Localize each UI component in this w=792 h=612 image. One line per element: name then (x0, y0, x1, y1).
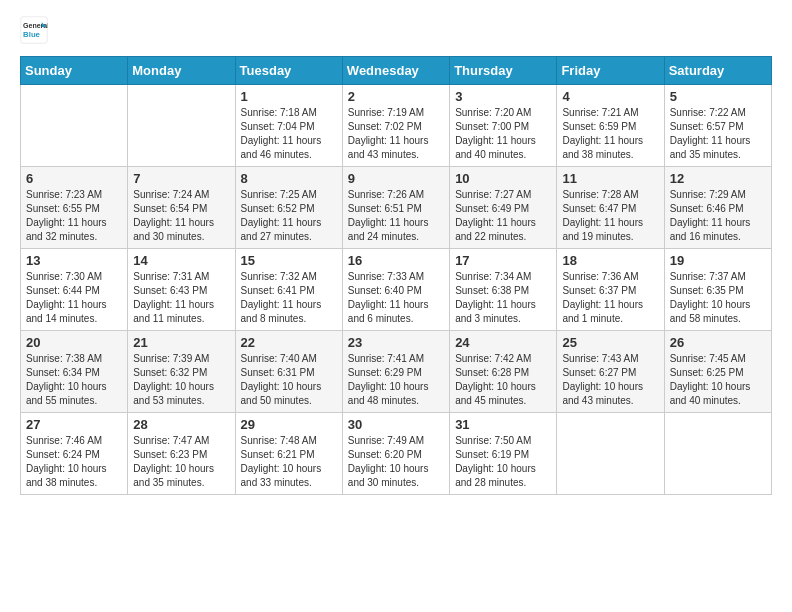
calendar-cell: 10Sunrise: 7:27 AM Sunset: 6:49 PM Dayli… (450, 167, 557, 249)
day-info: Sunrise: 7:19 AM Sunset: 7:02 PM Dayligh… (348, 106, 444, 162)
day-info: Sunrise: 7:43 AM Sunset: 6:27 PM Dayligh… (562, 352, 658, 408)
calendar-week-1: 1Sunrise: 7:18 AM Sunset: 7:04 PM Daylig… (21, 85, 772, 167)
day-number: 29 (241, 417, 337, 432)
day-number: 7 (133, 171, 229, 186)
calendar-week-5: 27Sunrise: 7:46 AM Sunset: 6:24 PM Dayli… (21, 413, 772, 495)
day-info: Sunrise: 7:20 AM Sunset: 7:00 PM Dayligh… (455, 106, 551, 162)
day-number: 15 (241, 253, 337, 268)
calendar-cell: 7Sunrise: 7:24 AM Sunset: 6:54 PM Daylig… (128, 167, 235, 249)
day-info: Sunrise: 7:36 AM Sunset: 6:37 PM Dayligh… (562, 270, 658, 326)
day-info: Sunrise: 7:49 AM Sunset: 6:20 PM Dayligh… (348, 434, 444, 490)
col-header-tuesday: Tuesday (235, 57, 342, 85)
day-info: Sunrise: 7:33 AM Sunset: 6:40 PM Dayligh… (348, 270, 444, 326)
day-info: Sunrise: 7:32 AM Sunset: 6:41 PM Dayligh… (241, 270, 337, 326)
day-info: Sunrise: 7:38 AM Sunset: 6:34 PM Dayligh… (26, 352, 122, 408)
calendar-cell: 28Sunrise: 7:47 AM Sunset: 6:23 PM Dayli… (128, 413, 235, 495)
logo: General Blue (20, 16, 52, 44)
calendar-cell (557, 413, 664, 495)
col-header-monday: Monday (128, 57, 235, 85)
day-info: Sunrise: 7:31 AM Sunset: 6:43 PM Dayligh… (133, 270, 229, 326)
calendar-cell: 1Sunrise: 7:18 AM Sunset: 7:04 PM Daylig… (235, 85, 342, 167)
day-number: 2 (348, 89, 444, 104)
calendar-cell: 4Sunrise: 7:21 AM Sunset: 6:59 PM Daylig… (557, 85, 664, 167)
calendar-cell: 15Sunrise: 7:32 AM Sunset: 6:41 PM Dayli… (235, 249, 342, 331)
day-number: 6 (26, 171, 122, 186)
header: General Blue (20, 16, 772, 44)
calendar-cell: 18Sunrise: 7:36 AM Sunset: 6:37 PM Dayli… (557, 249, 664, 331)
calendar-cell: 25Sunrise: 7:43 AM Sunset: 6:27 PM Dayli… (557, 331, 664, 413)
day-number: 25 (562, 335, 658, 350)
calendar-cell: 31Sunrise: 7:50 AM Sunset: 6:19 PM Dayli… (450, 413, 557, 495)
day-number: 30 (348, 417, 444, 432)
day-number: 8 (241, 171, 337, 186)
day-number: 13 (26, 253, 122, 268)
calendar-cell: 16Sunrise: 7:33 AM Sunset: 6:40 PM Dayli… (342, 249, 449, 331)
calendar-cell (128, 85, 235, 167)
calendar-week-4: 20Sunrise: 7:38 AM Sunset: 6:34 PM Dayli… (21, 331, 772, 413)
col-header-sunday: Sunday (21, 57, 128, 85)
calendar-cell (664, 413, 771, 495)
day-info: Sunrise: 7:25 AM Sunset: 6:52 PM Dayligh… (241, 188, 337, 244)
day-number: 23 (348, 335, 444, 350)
page: General Blue SundayMondayTuesdayWednesda… (0, 0, 792, 515)
calendar-week-2: 6Sunrise: 7:23 AM Sunset: 6:55 PM Daylig… (21, 167, 772, 249)
day-number: 11 (562, 171, 658, 186)
day-info: Sunrise: 7:39 AM Sunset: 6:32 PM Dayligh… (133, 352, 229, 408)
calendar-cell: 8Sunrise: 7:25 AM Sunset: 6:52 PM Daylig… (235, 167, 342, 249)
col-header-friday: Friday (557, 57, 664, 85)
day-number: 24 (455, 335, 551, 350)
day-info: Sunrise: 7:37 AM Sunset: 6:35 PM Dayligh… (670, 270, 766, 326)
calendar-cell: 3Sunrise: 7:20 AM Sunset: 7:00 PM Daylig… (450, 85, 557, 167)
day-number: 3 (455, 89, 551, 104)
calendar-cell: 19Sunrise: 7:37 AM Sunset: 6:35 PM Dayli… (664, 249, 771, 331)
day-info: Sunrise: 7:27 AM Sunset: 6:49 PM Dayligh… (455, 188, 551, 244)
calendar-cell: 11Sunrise: 7:28 AM Sunset: 6:47 PM Dayli… (557, 167, 664, 249)
day-info: Sunrise: 7:29 AM Sunset: 6:46 PM Dayligh… (670, 188, 766, 244)
day-number: 21 (133, 335, 229, 350)
day-number: 18 (562, 253, 658, 268)
day-number: 26 (670, 335, 766, 350)
day-info: Sunrise: 7:24 AM Sunset: 6:54 PM Dayligh… (133, 188, 229, 244)
day-info: Sunrise: 7:26 AM Sunset: 6:51 PM Dayligh… (348, 188, 444, 244)
day-info: Sunrise: 7:41 AM Sunset: 6:29 PM Dayligh… (348, 352, 444, 408)
calendar-cell: 14Sunrise: 7:31 AM Sunset: 6:43 PM Dayli… (128, 249, 235, 331)
day-info: Sunrise: 7:23 AM Sunset: 6:55 PM Dayligh… (26, 188, 122, 244)
day-info: Sunrise: 7:34 AM Sunset: 6:38 PM Dayligh… (455, 270, 551, 326)
calendar-cell: 22Sunrise: 7:40 AM Sunset: 6:31 PM Dayli… (235, 331, 342, 413)
day-number: 19 (670, 253, 766, 268)
day-info: Sunrise: 7:47 AM Sunset: 6:23 PM Dayligh… (133, 434, 229, 490)
day-number: 17 (455, 253, 551, 268)
day-info: Sunrise: 7:40 AM Sunset: 6:31 PM Dayligh… (241, 352, 337, 408)
day-number: 5 (670, 89, 766, 104)
calendar-cell: 20Sunrise: 7:38 AM Sunset: 6:34 PM Dayli… (21, 331, 128, 413)
calendar-cell: 30Sunrise: 7:49 AM Sunset: 6:20 PM Dayli… (342, 413, 449, 495)
calendar-cell: 24Sunrise: 7:42 AM Sunset: 6:28 PM Dayli… (450, 331, 557, 413)
col-header-saturday: Saturday (664, 57, 771, 85)
day-number: 9 (348, 171, 444, 186)
calendar-cell: 12Sunrise: 7:29 AM Sunset: 6:46 PM Dayli… (664, 167, 771, 249)
calendar-header-row: SundayMondayTuesdayWednesdayThursdayFrid… (21, 57, 772, 85)
day-number: 20 (26, 335, 122, 350)
day-number: 22 (241, 335, 337, 350)
day-info: Sunrise: 7:48 AM Sunset: 6:21 PM Dayligh… (241, 434, 337, 490)
day-info: Sunrise: 7:45 AM Sunset: 6:25 PM Dayligh… (670, 352, 766, 408)
day-info: Sunrise: 7:46 AM Sunset: 6:24 PM Dayligh… (26, 434, 122, 490)
day-info: Sunrise: 7:22 AM Sunset: 6:57 PM Dayligh… (670, 106, 766, 162)
calendar-cell (21, 85, 128, 167)
generalblue-logo-icon: General Blue (20, 16, 48, 44)
col-header-thursday: Thursday (450, 57, 557, 85)
calendar-cell: 6Sunrise: 7:23 AM Sunset: 6:55 PM Daylig… (21, 167, 128, 249)
calendar-cell: 29Sunrise: 7:48 AM Sunset: 6:21 PM Dayli… (235, 413, 342, 495)
day-number: 1 (241, 89, 337, 104)
day-info: Sunrise: 7:50 AM Sunset: 6:19 PM Dayligh… (455, 434, 551, 490)
svg-text:Blue: Blue (23, 30, 41, 39)
day-number: 28 (133, 417, 229, 432)
calendar-cell: 9Sunrise: 7:26 AM Sunset: 6:51 PM Daylig… (342, 167, 449, 249)
calendar-cell: 27Sunrise: 7:46 AM Sunset: 6:24 PM Dayli… (21, 413, 128, 495)
day-number: 14 (133, 253, 229, 268)
day-info: Sunrise: 7:28 AM Sunset: 6:47 PM Dayligh… (562, 188, 658, 244)
day-info: Sunrise: 7:30 AM Sunset: 6:44 PM Dayligh… (26, 270, 122, 326)
day-number: 4 (562, 89, 658, 104)
calendar-cell: 23Sunrise: 7:41 AM Sunset: 6:29 PM Dayli… (342, 331, 449, 413)
day-number: 10 (455, 171, 551, 186)
